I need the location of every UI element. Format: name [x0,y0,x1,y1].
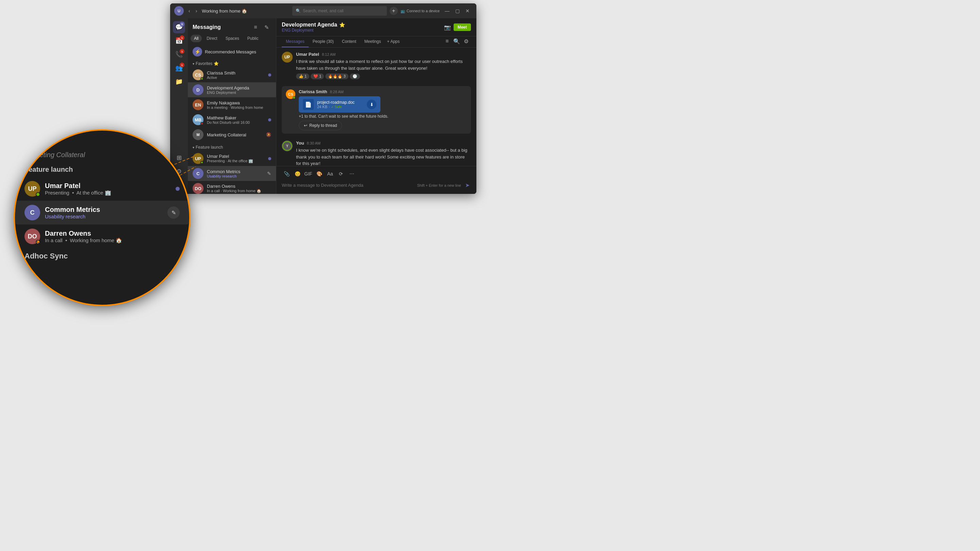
chat-item-common-metrics[interactable]: C Common Metrics Usability research ✎ [188,166,276,181]
recommended-messages-item[interactable]: ⚡ Recommended Messages [188,45,276,59]
video-icon-btn[interactable]: 📷 [443,22,452,32]
tab-direct[interactable]: Direct [203,35,221,42]
adhoc-sync-label: Adhoc Sync [15,248,189,264]
sidebar-icon-apps[interactable]: ⊞ [173,152,185,164]
mag-item-darren[interactable]: DO 📞 Darren Owens In a call • Working fr… [15,224,189,248]
unread-indicator [268,73,271,76]
settings-panel-btn[interactable]: ⚙ [461,37,471,46]
close-button[interactable]: ✕ [463,6,472,16]
messages-area: UP Umar Patel 8:12 AM I think we should … [276,48,476,166]
emily-status: In a meeting · Working from home [207,105,271,110]
chat-subtitle: ENG Deployment [282,28,345,33]
msg-sender-you: You [296,140,304,146]
section-favorites[interactable]: ▾ Favorites ⭐ [188,59,276,67]
reaction-clock[interactable]: 🕐 [350,73,360,79]
reaction-heart[interactable]: ❤️ 1 [311,73,324,79]
mag-edit-button[interactable]: ✎ [167,206,180,219]
add-button[interactable]: + [390,7,398,15]
common-mag-avatar: C [24,205,40,221]
tab-public[interactable]: Public [244,35,262,42]
marketing-name: Marketing Collateral [207,132,263,137]
chat-list: ▾ Favorites ⭐ CS Clarissa Smith Active [188,59,276,194]
send-button[interactable]: ➤ [464,181,471,190]
message-input[interactable] [282,183,414,188]
sidebar-icon-chat[interactable]: 💬 5 [173,21,185,33]
maximize-button[interactable]: ▢ [453,6,462,16]
minimize-button[interactable]: — [442,6,452,16]
matthew-unread [268,118,271,121]
sidebar-icon-calendar[interactable]: 📅 1 [173,35,185,47]
message-input-area: 📎 😊 GIF 🎨 Aa ⟳ ⋯ Shift + Enter for a new… [276,166,476,194]
umar-mag-name: Umar Patel [45,182,171,190]
clarissa-quoted-time: 8:28 AM [330,90,343,94]
user-avatar: U [174,6,184,16]
download-button[interactable]: ⬇ [367,100,376,109]
section-feature-launch[interactable]: ▾ Feature launch [188,142,276,151]
add-tab-icon[interactable]: + Apps [385,37,401,47]
sidebar-icon-files[interactable]: 📁 [173,76,185,88]
sticker-button[interactable]: 🎨 [314,169,324,179]
chat-item-marketing[interactable]: M Marketing Collateral 🔕 [188,127,276,142]
umar-mag-status: Presenting • At the office 🏢 [45,190,171,196]
meet-button[interactable]: Meet [453,24,471,31]
chat-title-row: Development Agenda ⭐ [282,22,345,28]
emoji-button[interactable]: 😊 [293,169,302,179]
tab-meetings[interactable]: Meetings [360,37,385,47]
rec-label: Recommended Messages [205,49,256,54]
back-button[interactable]: ‹ [186,8,192,14]
reply-thread-button[interactable]: ↩ Reply to thread [299,121,342,130]
chat-item-dev-agenda[interactable]: D Development Agenda ENG Deployment [188,82,276,97]
clarissa-quoted-header: Clarissa Smith 8:28 AM [299,89,467,94]
darren-info: Darren Owens In a call · Working from ho… [207,184,271,193]
darren-mag-info: Darren Owens In a call • Working from ho… [45,230,180,243]
safe-label: ✓ Safe [331,105,342,109]
search-messages-btn[interactable]: 🔍 [452,37,461,46]
reaction-thumbsup[interactable]: 👍 1 [296,73,309,79]
mag-item-common-metrics[interactable]: C Common Metrics Usability research ✎ [15,201,189,224]
attach-button[interactable]: 📎 [282,169,291,179]
section-favorites-label: Favorites ⭐ [196,61,219,66]
search-bar[interactable]: 🔍 [292,6,387,16]
chat-item-umar[interactable]: UP Umar Patel Presenting · At the office… [188,151,276,166]
section-feature-label: Feature launch [196,145,223,150]
tab-all[interactable]: All [191,35,202,42]
umar-online [200,161,204,164]
chat-item-darren[interactable]: DO Darren Owens In a call · Working from… [188,181,276,194]
new-chat-button[interactable]: ✎ [262,22,271,32]
thread-icon-btn[interactable]: ≡ [442,37,452,46]
gif-button[interactable]: GIF [304,169,313,179]
chat-item-clarissa[interactable]: CS Clarissa Smith Active [188,67,276,82]
nav-buttons: ‹ › [186,8,199,14]
more-options-button[interactable]: ⋯ [347,169,356,179]
umar-mag-avatar: UP [24,181,40,197]
darren-mag-name: Darren Owens [45,230,180,237]
chat-item-emily[interactable]: EN Emily Nakagawa In a meeting · Working… [188,97,276,112]
connect-button[interactable]: 📺 Connect to a device [401,9,440,13]
loop-button[interactable]: ⟳ [336,169,346,179]
chat-item-matthew[interactable]: MB Matthew Baker Do Not Disturb until 16… [188,112,276,127]
mag-item-umar[interactable]: UP Umar Patel Presenting • At the office… [15,177,189,201]
tab-people[interactable]: People (30) [309,37,338,47]
sidebar-icon-teams[interactable]: 👥 1 [173,62,185,74]
tab-spaces[interactable]: Spaces [222,35,243,42]
filter-button[interactable]: ≡ [251,22,260,32]
search-input[interactable] [303,8,383,13]
sidebar-icon-phone[interactable]: 📞 1 [173,48,185,60]
dnd-indicator [200,122,204,125]
files-icon: 📁 [175,78,183,86]
teams-badge: 1 [180,63,185,67]
umar-mag-info: Umar Patel Presenting • At the office 🏢 [45,182,171,196]
tab-messages[interactable]: Messages [282,37,309,47]
clarissa-quoted-avatar: CS [286,89,295,99]
tab-content[interactable]: Content [338,37,360,47]
common-mag-name: Common Metrics [45,206,163,214]
format-button[interactable]: Aa [325,169,335,179]
forward-button[interactable]: › [194,8,199,14]
reaction-fire[interactable]: 🔥🔥🔥 3 [325,73,348,79]
quoted-block: CS Clarissa Smith 8:28 AM 📄 pr [282,86,471,134]
common-metrics-name: Common Metrics [207,169,264,174]
safe-dot: · [329,105,330,109]
shift-enter-hint: Shift + Enter for a new line [417,183,461,187]
feature-chevron-icon: ▾ [192,146,194,149]
chat-badge: 5 [180,22,185,27]
